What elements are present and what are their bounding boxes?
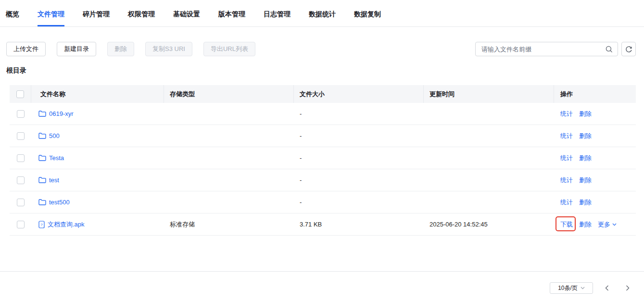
- folder-name-link[interactable]: Testa: [49, 154, 64, 162]
- next-page-button[interactable]: [621, 282, 634, 294]
- tab-basic-settings[interactable]: 基础设置: [173, 10, 200, 26]
- folder-icon: [38, 199, 46, 205]
- folder-name-link[interactable]: test: [49, 176, 59, 184]
- statistics-link[interactable]: 统计: [560, 176, 573, 185]
- tab-fragment-management[interactable]: 碎片管理: [83, 10, 110, 26]
- statistics-link[interactable]: 统计: [560, 198, 573, 207]
- delete-button[interactable]: 删除: [107, 42, 134, 56]
- header-file-size: 文件大小: [294, 85, 424, 103]
- table-row: 500 - 统计 删除: [10, 125, 636, 147]
- footer-divider: [0, 271, 644, 272]
- row-checkbox[interactable]: [17, 132, 25, 140]
- pagination: 10条/页: [0, 282, 634, 294]
- table-body: 0619-xyr - 统计 删除 500 - 统计 删除 Testa - 统计 …: [10, 103, 636, 236]
- chevron-down-icon: [612, 223, 617, 226]
- folder-name-link[interactable]: 0619-xyr: [49, 110, 74, 117]
- tab-data-statistics[interactable]: 数据统计: [309, 10, 336, 26]
- refresh-button[interactable]: [621, 42, 636, 56]
- tab-file-management[interactable]: 文件管理: [38, 10, 64, 26]
- folder-icon: [38, 111, 46, 117]
- file-size-cell: -: [294, 110, 424, 117]
- table-row: ? 文档查询.apk 标准存储 3.71 KB 2025-06-20 14:52…: [10, 213, 636, 236]
- file-size-cell: -: [294, 132, 424, 139]
- delete-link[interactable]: 删除: [579, 220, 592, 229]
- svg-text:?: ?: [40, 223, 43, 227]
- header-operations: 操作: [554, 85, 636, 103]
- statistics-link[interactable]: 统计: [560, 110, 573, 118]
- search-box: [475, 42, 618, 56]
- delete-link[interactable]: 删除: [579, 176, 592, 185]
- delete-link[interactable]: 删除: [579, 154, 592, 163]
- tab-log-management[interactable]: 日志管理: [264, 10, 290, 26]
- delete-link[interactable]: 删除: [579, 110, 592, 118]
- statistics-link[interactable]: 统计: [560, 132, 573, 140]
- statistics-link[interactable]: 统计: [560, 154, 573, 163]
- header-updated-time: 更新时间: [424, 85, 554, 103]
- folder-icon: [38, 133, 46, 139]
- file-size-cell: -: [294, 154, 424, 162]
- folder-icon: [38, 177, 46, 183]
- unknown-file-icon: ?: [38, 221, 45, 228]
- root-directory-label: 根目录: [6, 66, 644, 75]
- file-size-cell: -: [294, 176, 424, 184]
- tab-version-management[interactable]: 版本管理: [218, 10, 245, 26]
- storage-type-cell: 标准存储: [164, 220, 294, 229]
- delete-link[interactable]: 删除: [579, 198, 592, 207]
- search-icon[interactable]: [606, 46, 618, 53]
- more-link: 更多: [598, 220, 610, 229]
- folder-name-link[interactable]: 500: [49, 132, 60, 139]
- header-file-name: 文件名称: [31, 85, 164, 103]
- more-dropdown[interactable]: 更多: [598, 220, 617, 229]
- row-checkbox[interactable]: [17, 176, 25, 184]
- folder-name-link[interactable]: test500: [49, 199, 70, 206]
- file-size-cell: 3.71 KB: [294, 221, 424, 228]
- table-row: test500 - 统计 删除: [10, 191, 636, 213]
- header-storage-type: 存储类型: [164, 85, 294, 103]
- copy-s3-uri-button[interactable]: 复制S3 URI: [145, 42, 192, 56]
- file-table: 文件名称 存储类型 文件大小 更新时间 操作 0619-xyr - 统计 删除 …: [10, 85, 636, 236]
- table-header: 文件名称 存储类型 文件大小 更新时间 操作: [10, 85, 636, 103]
- row-checkbox[interactable]: [17, 221, 25, 228]
- select-all-checkbox[interactable]: [16, 90, 24, 98]
- table-row: 0619-xyr - 统计 删除: [10, 103, 636, 125]
- row-checkbox[interactable]: [17, 154, 25, 162]
- tab-permission-management[interactable]: 权限管理: [128, 10, 155, 26]
- new-folder-button[interactable]: 新建目录: [57, 42, 96, 56]
- search-input[interactable]: [476, 46, 606, 53]
- prev-page-button[interactable]: [600, 282, 614, 294]
- updated-time-cell: 2025-06-20 14:52:45: [424, 221, 554, 228]
- row-checkbox[interactable]: [17, 199, 25, 206]
- table-row: test - 统计 删除: [10, 169, 636, 191]
- toolbar: 上传文件 新建目录 删除 复制S3 URI 导出URL列表: [6, 42, 636, 56]
- table-row: Testa - 统计 删除: [10, 147, 636, 169]
- row-checkbox[interactable]: [17, 110, 25, 118]
- download-link[interactable]: 下载: [560, 220, 573, 229]
- page-size-select[interactable]: 10条/页: [550, 282, 593, 294]
- search-group: [475, 42, 636, 56]
- chevron-down-icon: [581, 287, 585, 289]
- page-size-value: 10条/页: [558, 284, 578, 292]
- upload-file-button[interactable]: 上传文件: [6, 42, 46, 56]
- tab-data-replication[interactable]: 数据复制: [354, 10, 381, 26]
- export-url-list-button[interactable]: 导出URL列表: [203, 42, 255, 56]
- delete-link[interactable]: 删除: [579, 132, 592, 140]
- tab-overview[interactable]: 概览: [6, 10, 19, 26]
- file-size-cell: -: [294, 199, 424, 206]
- folder-icon: [38, 155, 46, 161]
- file-name-link[interactable]: 文档查询.apk: [48, 220, 85, 229]
- tab-bar: 概览 文件管理 碎片管理 权限管理 基础设置 版本管理 日志管理 数据统计 数据…: [0, 0, 644, 27]
